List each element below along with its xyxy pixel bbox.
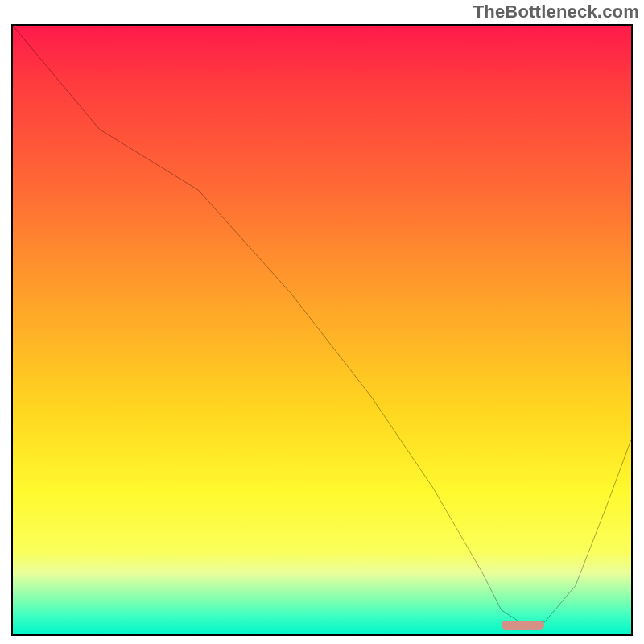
optimal-range-marker bbox=[502, 621, 545, 630]
chart-plot-area bbox=[13, 26, 631, 634]
curve-path bbox=[13, 26, 631, 622]
chart-frame bbox=[11, 24, 633, 636]
page: TheBottleneck.com bbox=[0, 0, 644, 644]
bottleneck-curve bbox=[13, 26, 631, 634]
watermark-text: TheBottleneck.com bbox=[473, 2, 639, 23]
